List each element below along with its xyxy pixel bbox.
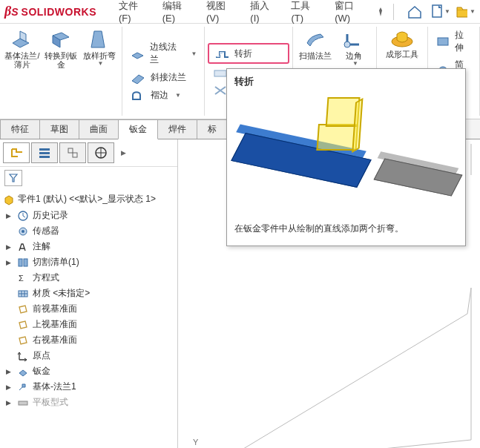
tree-item-icon [17,335,29,346]
home-icon[interactable] [404,1,425,22]
tree-item-icon [17,303,29,315]
tree-item-label: 前视基准面 [33,303,77,315]
jog-button[interactable]: 转折 [208,43,289,64]
svg-rect-12 [39,156,50,158]
tree-item-label: 注解 [33,240,50,253]
tree-item-icon [17,241,29,253]
tree-item-label: 右视基准面 [33,334,77,346]
svg-rect-1 [214,70,226,76]
tree-item-icon [17,350,29,362]
tree-caret-icon[interactable]: ▶ [6,383,13,391]
svg-rect-28 [19,401,27,405]
pin-icon[interactable] [372,1,389,22]
tree-caret-icon[interactable]: ▶ [6,259,13,266]
tree-item-icon [17,319,29,331]
tooltip-preview [234,94,457,213]
tab-weldments[interactable]: 焊件 [157,119,197,139]
menu-window[interactable]: 窗口(W) [326,0,372,24]
divider [393,4,394,20]
tree-item-label: 平板型式 [33,396,68,409]
dimxpert-tab[interactable] [88,142,114,163]
tree-item[interactable]: 传感器 [1,223,176,239]
tree-item[interactable]: 前视基准面 [1,301,176,317]
open-icon[interactable]: ▼ [455,1,476,22]
miter-flange-button[interactable]: 斜接法兰 [125,68,201,86]
tab-mark[interactable]: 标 [197,119,228,139]
feature-manager-panel: ▶ 零件1 (默认) <<默认>_显示状态 1> ▶历史记录传感器▶注解▶切割清… [0,139,178,448]
tab-sheetmetal[interactable]: 钣金 [118,119,158,139]
base-flange-button[interactable]: 基体法兰/薄片 [3,27,42,70]
tree-caret-icon[interactable]: ▶ [6,212,13,220]
tree-item-icon [17,257,29,269]
tree-item[interactable]: 材质 <未指定> [1,286,176,301]
svg-line-31 [467,288,471,314]
tree-item[interactable]: ▶钣金 [1,363,176,379]
config-manager-tab[interactable] [59,142,86,163]
filter-button[interactable] [4,170,22,186]
tree-item[interactable]: ▶平板型式 [1,395,176,410]
tree-item[interactable]: ▶基体-法兰1 [1,379,176,395]
tree-item[interactable]: ▶切割清单(1) [1,254,176,270]
tree-item[interactable]: 右视基准面 [1,332,176,348]
tab-features[interactable]: 特征 [0,119,40,139]
tree-caret-icon[interactable]: ▶ [6,243,13,251]
tree-item-label: 钣金 [33,365,50,378]
logo-ds-icon: βS [4,4,19,19]
convert-sheetmetal-button[interactable]: 转换到钣金 [42,27,80,70]
feature-tree-tab[interactable] [3,142,30,163]
svg-text:Σ: Σ [19,274,24,283]
tree-item-icon: Σ [17,272,29,284]
tree-item[interactable]: 原点 [1,348,176,363]
tree-caret-icon[interactable]: ▶ [6,368,13,375]
svg-rect-4 [438,38,448,45]
feature-tree: 零件1 (默认) <<默认>_显示状态 1> ▶历史记录传感器▶注解▶切割清单(… [0,189,177,412]
tree-caret-icon[interactable]: ▶ [6,399,13,406]
menu-tools[interactable]: 工具(T) [282,0,326,24]
tree-item-label: 传感器 [33,225,59,237]
tree-item-icon [17,381,29,393]
loft-bend-button[interactable]: 放样折弯 ▼ [80,27,119,70]
forming-tool-button[interactable]: 成形工具 [380,27,424,60]
hem-button[interactable]: 褶边▼ [125,86,201,104]
svg-rect-11 [39,152,50,154]
tree-item-label: 切割清单(1) [33,256,79,269]
tree-item-icon [17,288,29,300]
filter-row [0,167,177,189]
svg-rect-21 [19,259,22,266]
edge-flange-button[interactable]: 边线法兰▼ [125,39,201,68]
part-icon [3,194,15,205]
tooltip-description: 在钣金零件中从绘制的直线添加两个折弯。 [234,222,458,235]
svg-rect-10 [39,148,50,151]
menu-bar: βS SOLIDWORKS 文件(F) 编辑(E) 视图(V) 插入(I) 工具… [0,0,480,24]
menu-insert[interactable]: 插入(I) [241,0,282,24]
svg-rect-14 [73,153,77,157]
app-logo: βS SOLIDWORKS [4,4,96,19]
menu-view[interactable]: 视图(V) [197,0,241,24]
tree-item-icon [17,225,29,237]
tree-item[interactable]: Σ方程式 [1,270,176,286]
tree-item-label: 原点 [33,349,50,362]
property-manager-tab[interactable] [31,142,58,163]
tree-item-label: 材质 <未指定> [33,287,90,300]
tooltip-jog: 转折 在钣金零件中从绘制的直线添加两个折弯。 [226,68,466,246]
swept-flange-button[interactable]: 扫描法兰 [296,27,335,68]
axis-y-label: Y [193,438,198,447]
menu-edit[interactable]: 编辑(E) [154,0,197,24]
new-doc-icon[interactable]: ▼ [430,1,450,22]
svg-rect-13 [68,148,73,153]
svg-point-2 [344,42,350,47]
tree-item[interactable]: ▶注解 [1,239,176,254]
corners-button[interactable]: 边角 ▼ [335,27,373,68]
menu-file[interactable]: 文件(F) [110,0,154,24]
funnel-icon [8,173,19,183]
tooltip-title: 转折 [234,75,458,88]
tab-sketch[interactable]: 草图 [39,119,79,139]
tree-root[interactable]: 零件1 (默认) <<默认>_显示状态 1> [1,191,176,208]
tree-item-label: 基体-法兰1 [33,381,76,393]
tree-item[interactable]: ▶历史记录 [1,208,176,223]
quick-access-toolbar: ▼ ▼ [404,1,476,22]
tree-item[interactable]: 上视基准面 [1,317,176,332]
tab-surfaces[interactable]: 曲面 [79,119,119,139]
panel-more-icon[interactable]: ▶ [116,142,131,163]
extruded-cut-button[interactable]: 拉伸 [431,27,476,56]
